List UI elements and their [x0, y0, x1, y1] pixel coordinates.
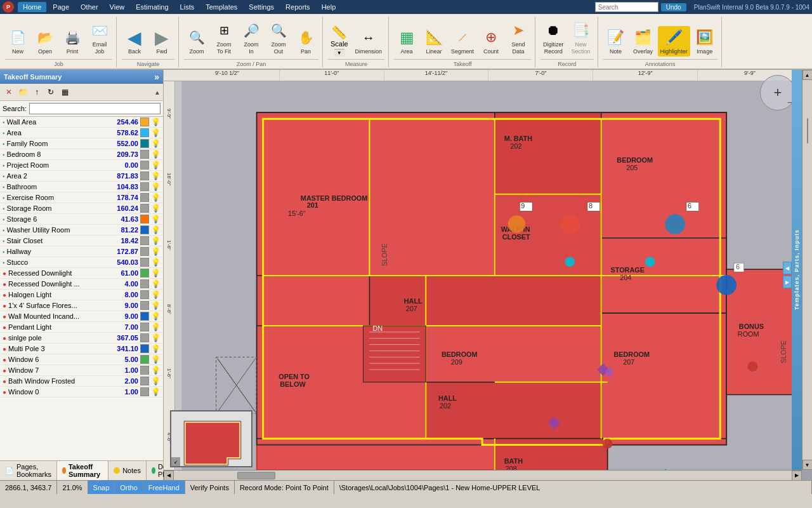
list-item[interactable]: ●Wall Mounted Incand...9.00💡 [0, 311, 163, 322]
list-item[interactable]: ●sinlge pole367.05💡 [0, 333, 163, 344]
menu-tab-view[interactable]: View [105, 2, 130, 12]
open-button[interactable]: 📂 Open [32, 26, 58, 57]
folder-button[interactable]: 📁 [16, 86, 29, 98]
list-item[interactable]: ▪Family Room552.00💡 [0, 138, 163, 149]
list-item[interactable]: ▪Stucco540.03💡 [0, 257, 163, 268]
search-input[interactable] [29, 103, 160, 114]
collapse-button[interactable]: » [154, 72, 159, 82]
statusbar-freehand[interactable]: FreeHand [143, 481, 185, 494]
fwd-button[interactable]: ▶ Fwd [149, 26, 174, 57]
highlighter-button[interactable]: 🖊️ Highlighter [658, 26, 690, 57]
overlay-button[interactable]: 🗂️ Overlay [631, 26, 656, 57]
list-item[interactable]: ●Halogen Light8.00💡 [0, 290, 163, 300]
hscroll-right-button[interactable]: ▶ [792, 471, 802, 481]
list-item[interactable]: ▪Wall Area254.46💡 [0, 117, 163, 128]
segment-button[interactable]: ⟋ Segment [449, 26, 476, 57]
grid-button[interactable]: ▦ [58, 86, 71, 98]
menu-tab-help[interactable]: Help [317, 2, 341, 12]
hscroll-left-button[interactable]: ◀ [164, 471, 174, 481]
list-item[interactable]: ▪Storage Room160.24💡 [0, 203, 163, 214]
print-button[interactable]: 🖨️ Print [60, 26, 85, 57]
scale-button[interactable]: 📏 Scale ▼ [328, 23, 351, 57]
image-button[interactable]: 🖼️ Image [692, 26, 717, 57]
digitizer-record-button[interactable]: ⏺ Digitizer Record [540, 19, 566, 57]
list-item[interactable]: ●Recessed Downlight ...4.00💡 [0, 279, 163, 290]
menu-tab-other[interactable]: Other [75, 2, 103, 12]
list-item[interactable]: ●Bath Window Frosted2.00💡 [0, 376, 163, 387]
menu-tab-home[interactable]: Home [18, 2, 46, 12]
new-button[interactable]: 📄 New [5, 26, 30, 57]
list-item[interactable]: ●Window 71.00💡 [0, 365, 163, 376]
item-light-icon: 💡 [151, 387, 160, 396]
dimension-button[interactable]: ↔ Dimension [353, 26, 385, 57]
menu-tab-reports[interactable]: Reports [280, 2, 315, 12]
list-item[interactable]: ●Recessed Downlight61.00💡 [0, 268, 163, 279]
sidebar-down-arrow[interactable]: ▶ [783, 276, 792, 288]
horizontal-scrollbar[interactable]: ◀ ▶ [164, 470, 802, 480]
zoom-in-button[interactable]: 🔎 Zoom In [239, 19, 264, 57]
list-item[interactable]: ●Pendant Light7.00💡 [0, 322, 163, 333]
zoom-button[interactable]: 🔍 Zoom [184, 26, 209, 57]
search-input[interactable] [595, 2, 658, 12]
menu-tab-settings[interactable]: Settings [244, 2, 279, 12]
note-button[interactable]: 📝 Note [603, 26, 629, 57]
undo-button[interactable]: Undo [661, 3, 686, 11]
count-button[interactable]: ⊕ Count [478, 26, 504, 57]
ruler-mark-1: 9'-10 1/2" [175, 70, 280, 81]
canvas-container[interactable]: MASTER BEDROOM 201 15'-6" M. BATH 202 BE… [175, 81, 802, 470]
list-item[interactable]: ●1'x 4' Surface Flores...9.00💡 [0, 300, 163, 311]
list-item[interactable]: ▪Bathroom104.83💡 [0, 182, 163, 192]
scale-dropdown[interactable]: ▼ [334, 49, 344, 57]
statusbar-ortho[interactable]: Ortho [115, 481, 143, 494]
list-item[interactable]: ▪Area 2871.83💡 [0, 171, 163, 182]
statusbar-verify-points[interactable]: Verify Points [185, 481, 235, 494]
pan-button[interactable]: ✋ Pan [293, 26, 318, 57]
navigation-widget[interactable]: + − [760, 75, 796, 110]
menu-tab-templates[interactable]: Templates [200, 2, 242, 12]
menu-tab-page[interactable]: Page [48, 2, 74, 12]
right-sidebar-handle[interactable]: Templates, Parts, Inputs [792, 70, 802, 470]
notes-tab[interactable]: Notes [108, 461, 147, 480]
mini-map-resize[interactable]: ↙ [171, 457, 180, 466]
new-section-button[interactable]: 📑 New Section [568, 19, 594, 57]
canvas-area[interactable]: 9'-10 1/2" 11'-0" 14'-11/2" 7'-0" 12'-9"… [164, 70, 812, 480]
takeoff-summary-tab[interactable]: Takeoff Summary [57, 461, 108, 480]
item-type-icon: ● [3, 335, 6, 342]
nav-plus-icon[interactable]: + [774, 84, 782, 101]
vscroll-up-button[interactable]: ▲ [802, 70, 813, 80]
linear-button[interactable]: 📐 Linear [421, 26, 447, 57]
delete-button[interactable]: ✕ [3, 86, 15, 98]
back-button[interactable]: ◀ Back [122, 26, 147, 57]
statusbar-snap[interactable]: Snap [88, 481, 115, 494]
scroll-up-arrow[interactable]: ▲ [154, 89, 160, 96]
list-item[interactable]: ●Window 65.00💡 [0, 354, 163, 365]
zoom-out-button[interactable]: 🔍 Zoom Out [266, 19, 291, 57]
list-item[interactable]: ▪Hallway172.87💡 [0, 246, 163, 257]
list-item[interactable]: ●Window 01.00💡 [0, 387, 163, 398]
list-item[interactable]: ▪Area578.62💡 [0, 128, 163, 138]
hscroll-thumb[interactable] [237, 472, 275, 479]
sidebar-up-arrow[interactable]: ◀ [783, 262, 792, 274]
list-item[interactable]: ▪Exercise Room178.74💡 [0, 192, 163, 203]
list-item[interactable]: ▪Project Room0.00💡 [0, 160, 163, 171]
zoom-to-fit-button[interactable]: ⊞ Zoom To Fit [211, 19, 237, 57]
vscroll-thumb[interactable] [807, 118, 808, 144]
list-item[interactable]: ▪Storage 641.63💡 [0, 214, 163, 225]
vscroll-track[interactable] [807, 80, 808, 460]
list-item[interactable]: ▪Bedroom 8209.73💡 [0, 149, 163, 160]
pages-bookmarks-tab[interactable]: 📄 Pages, Bookmarks [0, 461, 57, 480]
hscroll-track[interactable] [174, 471, 792, 479]
item-color-box [140, 355, 149, 364]
area-button[interactable]: ▦ Area [394, 26, 419, 57]
list-item[interactable]: ▪Stair Closet18.42💡 [0, 236, 163, 246]
up-button[interactable]: ↑ [30, 86, 43, 98]
list-item[interactable]: ▪Washer Utility Room81.22💡 [0, 225, 163, 236]
vertical-scrollbar[interactable]: ▲ ▼ [802, 70, 812, 470]
vscroll-down-button[interactable]: ▼ [802, 460, 813, 470]
menu-tab-lists[interactable]: Lists [175, 2, 200, 12]
menu-tab-estimating[interactable]: Estimating [131, 2, 173, 12]
email-job-button[interactable]: ✉️ Email Job [87, 19, 112, 57]
list-item[interactable]: ●Multi Pole 3341.10💡 [0, 344, 163, 354]
send-data-button[interactable]: ➤ Send Data [506, 19, 531, 57]
refresh-button[interactable]: ↻ [44, 86, 57, 98]
